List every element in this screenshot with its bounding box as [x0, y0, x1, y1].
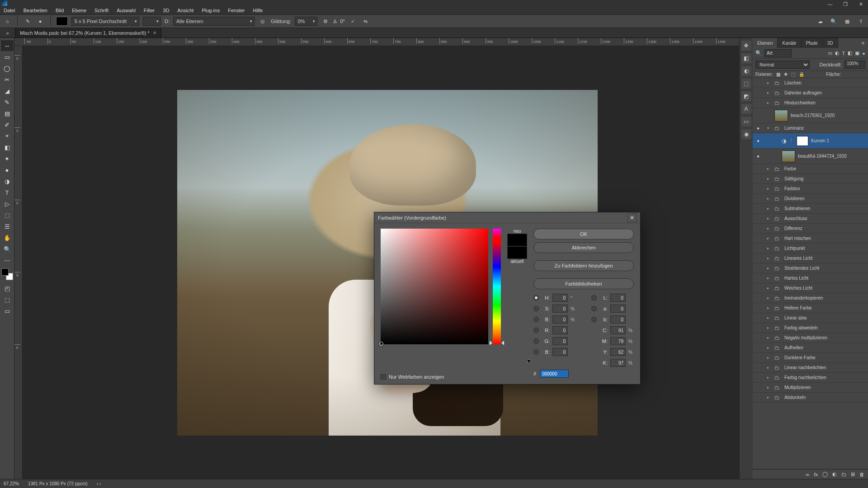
cancel-button[interactable]: Abbrechen — [533, 242, 634, 253]
tool-6[interactable]: ▤ — [1, 108, 14, 119]
layer-row[interactable]: ▸🗀Multiplizieren — [753, 383, 868, 393]
color-input-Bv[interactable]: 0 — [552, 315, 568, 324]
layer-mask-icon[interactable]: ◯ — [822, 471, 828, 477]
tool-mode-1[interactable]: ⬚ — [1, 294, 14, 305]
layer-row[interactable]: ▸🗀Differenz — [753, 224, 868, 234]
hue-slider[interactable] — [493, 229, 501, 344]
ruler-horizontal[interactable]: -500501001502002503003504004505005506006… — [14, 38, 752, 46]
layer-row[interactable]: ▸🗀Lineares Licht — [753, 253, 868, 263]
pressure-icon[interactable]: ✓ — [349, 17, 358, 26]
layer-row[interactable]: ▸🗀Sättigung — [753, 174, 868, 184]
layer-thumbnail[interactable] — [782, 150, 795, 162]
color-input-C[interactable]: 91 — [610, 326, 626, 334]
link-layers-icon[interactable]: ∞ — [806, 472, 810, 477]
panel-strip-icon-5[interactable]: A — [741, 104, 751, 114]
disclosure-icon[interactable]: ▸ — [767, 395, 772, 399]
disclosure-icon[interactable]: ▸ — [767, 375, 772, 380]
gear-icon[interactable]: ⚙ — [321, 17, 330, 26]
tool-10[interactable]: ✦ — [1, 153, 14, 164]
disclosure-icon[interactable]: ▾ — [767, 126, 772, 130]
filter-toggle[interactable]: ● — [862, 51, 865, 56]
fg-bg-colors[interactable] — [1, 268, 13, 280]
layer-name[interactable]: Hartes Licht — [784, 276, 808, 281]
ruler-vertical[interactable]: 05050 — [14, 46, 23, 479]
tool-7[interactable]: ✐ — [1, 119, 14, 130]
layer-row[interactable]: ▸🗀Linear nachbelichten — [753, 363, 868, 373]
filter-icon[interactable]: T — [842, 51, 845, 56]
tool-18[interactable]: 🔍 — [1, 244, 14, 254]
disclosure-icon[interactable]: ▸ — [767, 101, 772, 105]
panel-strip-icon-4[interactable]: ◩ — [741, 91, 751, 101]
layer-name[interactable]: Abdunkeln — [784, 395, 806, 400]
share-icon[interactable]: ⇪ — [856, 17, 865, 26]
color-radio-S[interactable] — [533, 306, 539, 311]
disclosure-icon[interactable]: ▸ — [767, 366, 772, 370]
disclosure-icon[interactable]: ▸ — [767, 206, 772, 211]
search-top-icon[interactable]: 🔍 — [829, 17, 838, 26]
layer-name[interactable]: Dividieren — [784, 196, 804, 201]
color-input-Y[interactable]: 62 — [610, 348, 626, 356]
tool-4[interactable]: ◢ — [1, 85, 14, 96]
color-radio-H[interactable] — [533, 295, 539, 300]
layer-name[interactable]: Dahinter auftragen — [784, 90, 822, 95]
new-layer-icon[interactable]: ⊞ — [851, 471, 855, 477]
eyedropper-icon[interactable]: ✎ — [23, 17, 32, 26]
ok-button[interactable]: OK — [533, 229, 634, 239]
panel-strip-icon-6[interactable]: ▭ — [741, 117, 751, 127]
sample-scope-dropdown[interactable]: Alle Ebenen — [173, 17, 255, 26]
foreground-swatch[interactable] — [56, 17, 68, 26]
tool-13[interactable]: T — [1, 187, 14, 198]
layer-name[interactable]: Linear nachbelichten — [784, 365, 826, 370]
disclosure-icon[interactable]: ▸ — [767, 81, 772, 85]
color-input-K[interactable]: 97 — [610, 359, 626, 367]
tool-15[interactable]: ⬚ — [1, 210, 14, 221]
layer-list[interactable]: ▸🗀Löschen▸🗀Dahinter auftragen▸🗀Hindurchw… — [753, 78, 868, 469]
layer-row[interactable]: ▸🗀Abdunkeln — [753, 393, 868, 403]
disclosure-icon[interactable]: ▸ — [767, 306, 772, 310]
disclosure-icon[interactable]: ▸ — [767, 177, 772, 181]
dialog-close-button[interactable]: ✕ — [627, 213, 637, 222]
disclosure-icon[interactable]: ▸ — [767, 346, 772, 350]
layer-thumbnail[interactable] — [774, 110, 788, 122]
color-libraries-button[interactable]: Farbbibliotheken — [533, 278, 634, 289]
group-icon[interactable]: 🗀 — [841, 472, 846, 477]
disclosure-icon[interactable]: ▸ — [767, 91, 772, 95]
symmetry-icon[interactable]: ⇋ — [361, 17, 370, 26]
filter-icon[interactable]: ▭ — [828, 50, 832, 56]
disclosure-icon[interactable]: ▸ — [767, 236, 772, 240]
filter-icon[interactable]: ◐ — [835, 50, 840, 56]
color-radio-Bv[interactable] — [533, 317, 539, 322]
layer-name[interactable]: Lineares Licht — [784, 256, 812, 261]
layer-row[interactable]: ▸🗀Hellere Farbe — [753, 303, 868, 313]
layer-row[interactable]: ▸🗀Dahinter auftragen — [753, 88, 868, 98]
tool-5[interactable]: ✎ — [1, 97, 14, 108]
brush-preset-icon[interactable]: ● — [36, 17, 45, 26]
menu-bearbeiten[interactable]: Bearbeiten — [24, 8, 47, 13]
layer-row[interactable]: ●▾🗀Luminanz — [753, 123, 868, 133]
add-swatch-button[interactable]: Zu Farbfeldern hinzufügen — [533, 260, 634, 271]
layer-row[interactable]: ▸🗀Weiches Licht — [753, 283, 868, 293]
tool-17[interactable]: ✋ — [1, 232, 14, 243]
tool-9[interactable]: ◧ — [1, 142, 14, 153]
layer-name[interactable]: Hindurchwirken — [784, 100, 816, 105]
disclosure-icon[interactable]: ▸ — [767, 226, 772, 230]
layer-row[interactable]: ▸🗀Aufhellen — [753, 343, 868, 353]
disclosure-icon[interactable]: ▸ — [767, 216, 772, 221]
visibility-toggle[interactable]: ● — [755, 154, 762, 159]
maximize-button[interactable]: ❐ — [840, 1, 851, 7]
panel-strip-icon-7[interactable]: ◉ — [741, 129, 751, 139]
minimize-button[interactable]: — — [825, 1, 835, 7]
layer-row[interactable]: beach-2179361_1920 — [753, 108, 868, 123]
link-icon[interactable]: ⋮ — [789, 138, 794, 144]
disclosure-icon[interactable]: ▸ — [767, 197, 772, 201]
layer-row[interactable]: ▸🗀Farbton — [753, 184, 868, 194]
menu-bild[interactable]: Bild — [56, 8, 64, 13]
dialog-titlebar[interactable]: Farbwähler (Vordergrundfarbe) ✕ — [374, 212, 640, 223]
color-radio-Bc[interactable] — [533, 349, 539, 355]
disclosure-icon[interactable]: ▸ — [767, 316, 772, 320]
close-window-button[interactable]: ✕ — [855, 1, 866, 7]
color-input-a[interactable]: 0 — [610, 305, 626, 313]
panel-tab-kanäle[interactable]: Kanäle — [778, 38, 801, 48]
smoothing-dropdown[interactable]: 0% — [295, 17, 317, 26]
web-colors-only-row[interactable]: Nur Webfarben anzeigen — [381, 374, 444, 380]
